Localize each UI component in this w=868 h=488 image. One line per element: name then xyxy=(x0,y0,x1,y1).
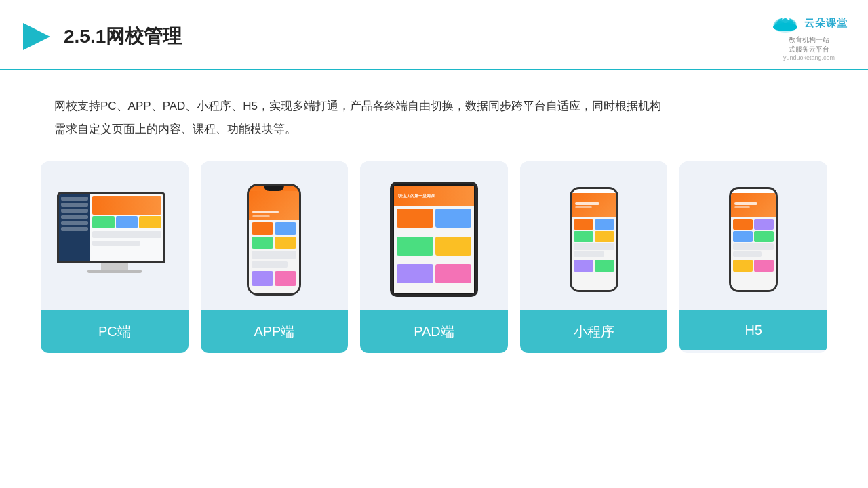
svg-point-6 xyxy=(773,23,797,31)
card-app: APP端 xyxy=(201,161,349,353)
device-tablet: 职达人的第一堂网课 xyxy=(390,182,478,297)
device-phone-miniapp xyxy=(570,187,618,292)
card-pad-label: PAD端 xyxy=(360,310,508,353)
card-pc-label: PC端 xyxy=(41,310,189,353)
svg-marker-0 xyxy=(23,23,50,50)
card-h5-image xyxy=(679,161,827,310)
device-phone-h5 xyxy=(729,187,778,292)
card-pc-image xyxy=(41,161,189,310)
device-pc xyxy=(57,192,172,287)
header: 2.5.1网校管理 云朵课堂 教育机构一站式服务云平台 yunduoketang… xyxy=(0,0,868,70)
cloud-logo-icon xyxy=(770,12,800,34)
card-pad: 职达人的第一堂网课 PAD端 xyxy=(360,161,508,353)
play-icon xyxy=(20,20,53,53)
card-miniapp-label: 小程序 xyxy=(520,310,668,353)
header-left: 2.5.1网校管理 xyxy=(20,20,182,53)
card-app-image xyxy=(201,161,349,310)
logo-cloud: 云朵课堂 xyxy=(770,12,848,34)
cards-container: PC端 xyxy=(0,155,868,353)
card-h5: H5 xyxy=(679,161,827,353)
logo-url: yunduoketang.com xyxy=(783,54,835,61)
card-pc: PC端 xyxy=(41,161,189,353)
description: 网校支持PC、APP、PAD、小程序、H5，实现多端打通，产品各终端自由切换，数… xyxy=(0,70,868,155)
device-phone-app xyxy=(247,184,301,296)
card-app-label: APP端 xyxy=(201,310,349,353)
logo-sub: 教育机构一站式服务云平台 xyxy=(789,35,829,54)
card-miniapp-image xyxy=(520,161,668,310)
logo-text: 云朵课堂 xyxy=(804,17,848,30)
logo-area: 云朵课堂 教育机构一站式服务云平台 yunduoketang.com xyxy=(770,12,848,61)
card-miniapp: 小程序 xyxy=(520,161,668,353)
card-pad-image: 职达人的第一堂网课 xyxy=(360,161,508,310)
card-h5-label: H5 xyxy=(679,310,827,350)
page-title: 2.5.1网校管理 xyxy=(64,24,182,49)
description-text: 网校支持PC、APP、PAD、小程序、H5，实现多端打通，产品各终端自由切换，数… xyxy=(54,100,661,136)
